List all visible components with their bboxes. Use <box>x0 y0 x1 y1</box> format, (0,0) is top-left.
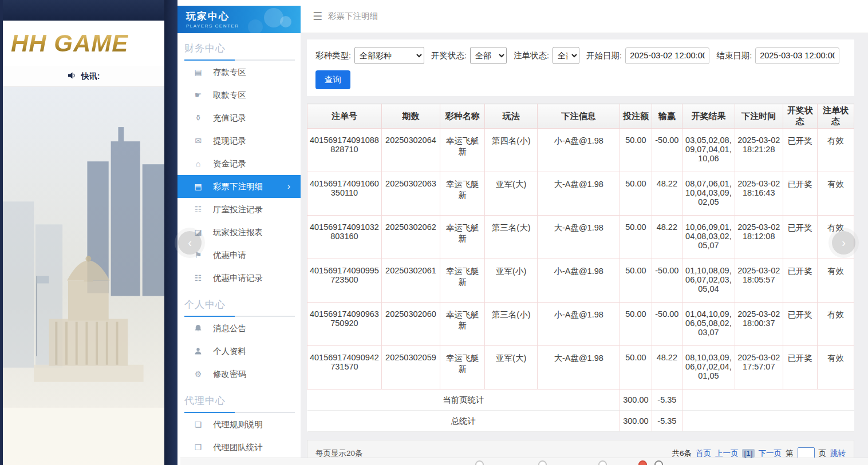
funds-icon: ⌂ <box>193 159 203 168</box>
cell-result: 08,07,06,01,10,04,03,09,02,05 <box>682 172 735 216</box>
cell-period: 20250302060 <box>381 303 440 346</box>
first-page-link[interactable]: 首页 <box>696 448 711 459</box>
jump-prefix: 第 <box>786 448 794 459</box>
partial-icon <box>598 460 607 465</box>
sidebar-item-withdraw[interactable]: ☛ 取款专区 <box>177 84 301 106</box>
cell-bet-time: 2025-03-02 18:12:08 <box>735 216 783 259</box>
prev-page-link[interactable]: 上一页 <box>715 448 739 459</box>
current-page-indicator[interactable]: [1] <box>742 449 754 458</box>
cell-bet-amount: 50.00 <box>620 303 652 346</box>
brand-logo[interactable]: HH GAME <box>11 30 128 57</box>
sidebar-item-label: 取款专区 <box>213 90 246 101</box>
cell-period: 20250302063 <box>381 172 440 216</box>
sidebar-item-change-password[interactable]: ⚙ 修改密码 <box>177 363 301 385</box>
col-header: 注单状态 <box>817 104 854 129</box>
cell-result: 03,05,02,08,09,07,04,01,10,06 <box>682 129 735 172</box>
jump-button[interactable]: 跳转 <box>830 448 846 459</box>
divider-strip <box>164 0 177 465</box>
table-row: 401569174091032803160 20250302062 幸运飞艇新 … <box>307 216 854 259</box>
sidebar-item-withdrawal-records[interactable]: ✉ 提现记录 <box>177 129 301 152</box>
cell-period: 20250302064 <box>381 129 440 172</box>
cell-lottery: 幸运飞艇新 <box>440 346 485 390</box>
order-status-label: 注单状态: <box>514 50 549 61</box>
col-header: 彩种名称 <box>440 104 485 129</box>
cell-bet-info: 小-A盘@1.98 <box>538 259 620 303</box>
summary-row-grand-total: 总统计 300.00 -5.35 <box>307 411 854 432</box>
partial-icon <box>475 460 484 465</box>
query-button[interactable]: 查询 <box>315 70 350 89</box>
cell-lottery: 幸运飞艇新 <box>440 259 485 303</box>
cell-draw-status: 已开奖 <box>783 216 817 259</box>
app: HH GAME 快讯: <box>0 0 868 465</box>
sidebar-item-label: 个人资料 <box>213 346 246 357</box>
draw-status-label: 开奖状态: <box>431 50 467 61</box>
cell-order-status: 有效 <box>817 303 854 346</box>
cell-bet-info: 大-A盘@1.98 <box>538 346 620 390</box>
draw-status-select[interactable]: 全部 <box>470 47 507 64</box>
summary-row-current-page: 当前页统计 300.00 -5.35 <box>307 390 854 411</box>
sidebar-item-hall-bet-records[interactable]: ☷ 厅室投注记录 <box>177 198 301 221</box>
cell-play: 第四名(小) <box>485 129 538 172</box>
sidebar-item-label: 彩票下注明细 <box>213 181 263 192</box>
summary-label: 总统计 <box>307 411 620 432</box>
logo-band: HH GAME <box>3 21 164 66</box>
gear-icon: ⚙ <box>193 369 203 379</box>
cell-order-no: 401569174091060350110 <box>307 172 382 216</box>
col-header: 下注时间 <box>735 104 783 129</box>
cell-draw-status: 已开奖 <box>783 129 817 172</box>
sidebar-item-recharge-records[interactable]: ⚱ 充值记录 <box>177 106 301 129</box>
sidebar-item-label: 消息公告 <box>213 323 246 334</box>
cell-result: 01,10,08,09,06,07,02,03,05,04 <box>682 259 735 303</box>
list-bullets-icon: ☷ <box>193 205 203 214</box>
cell-bet-info: 小-A盘@1.98 <box>538 129 620 172</box>
col-header: 玩法 <box>485 104 538 129</box>
table-row: 401569174090995723500 20250302061 幸运飞艇新 … <box>307 259 854 303</box>
col-header: 下注信息 <box>538 104 620 129</box>
cell-bet-info: 小-A盘@1.98 <box>538 303 620 346</box>
cell-lottery: 幸运飞艇新 <box>440 172 485 216</box>
partial-icon <box>654 460 663 465</box>
sidebar-item-funds-records[interactable]: ⌂ 资金记录 <box>177 152 301 175</box>
cell-order-status: 有效 <box>817 129 854 172</box>
sidebar-item-profile[interactable]: 个人资料 <box>177 340 301 363</box>
end-date-input[interactable] <box>755 47 839 64</box>
cell-winloss: 48.22 <box>652 216 682 259</box>
sidebar-item-label: 代理规则说明 <box>213 419 263 430</box>
collapse-sidebar-button[interactable]: ‹ <box>178 231 202 255</box>
order-status-select[interactable]: 全部 <box>553 47 579 64</box>
sidebar-item-label: 充值记录 <box>213 113 246 124</box>
cell-result: 10,06,09,01,04,08,03,02,05,07 <box>682 216 735 259</box>
cell-result: 01,04,10,09,06,05,08,02,03,07 <box>682 303 735 346</box>
col-header: 开奖结果 <box>682 104 735 129</box>
sidebar-item-announcements[interactable]: 消息公告 <box>177 317 301 340</box>
background-page: HH GAME 快讯: <box>0 0 164 465</box>
section-agent: 代理中心 <box>177 385 301 413</box>
hamburger-icon[interactable]: ☰ <box>313 10 322 23</box>
cell-order-status: 有效 <box>817 172 854 216</box>
cell-bet-amount: 50.00 <box>620 172 652 216</box>
sidebar-item-agent-rules[interactable]: ❏ 代理规则说明 <box>177 413 301 436</box>
sidebar-item-label: 厅室投注记录 <box>213 204 263 215</box>
lottery-type-select[interactable]: 全部彩种 <box>354 47 424 64</box>
cell-winloss: -50.00 <box>652 259 682 303</box>
bets-table: 注单号 期数 彩种名称 玩法 下注信息 投注额 输赢 开奖结果 下注时间 开奖状… <box>307 104 854 432</box>
next-page-link[interactable]: 下一页 <box>759 448 782 459</box>
section-personal: 个人中心 <box>177 289 301 317</box>
start-date-input[interactable] <box>625 47 709 64</box>
cell-order-no: 401569174091088828710 <box>307 129 382 172</box>
expand-panel-button[interactable]: › <box>832 231 855 255</box>
summary-winloss-total: -5.35 <box>652 411 682 432</box>
cell-bet-time: 2025-03-02 18:16:43 <box>735 172 783 216</box>
cell-bet-amount: 50.00 <box>620 346 652 390</box>
sidebar-item-label: 修改密码 <box>213 369 246 380</box>
sidebar-item-promo-apply-records[interactable]: ☷ 优惠申请记录 <box>177 267 301 289</box>
summary-empty <box>682 390 854 411</box>
sidebar-item-lottery-bet-details[interactable]: ▤ 彩票下注明细 › <box>177 175 301 198</box>
cell-bet-amount: 50.00 <box>620 259 652 303</box>
cell-play: 亚军(小) <box>485 259 538 303</box>
cell-bet-amount: 50.00 <box>620 216 652 259</box>
sidebar-item-deposit[interactable]: ▤ 存款专区 <box>177 61 301 84</box>
table-header-row: 注单号 期数 彩种名称 玩法 下注信息 投注额 输赢 开奖结果 下注时间 开奖状… <box>307 104 854 129</box>
sidebar-item-agent-team-stats[interactable]: ❐ 代理团队统计 <box>177 436 301 459</box>
wallet-icon: ✉ <box>193 136 203 145</box>
